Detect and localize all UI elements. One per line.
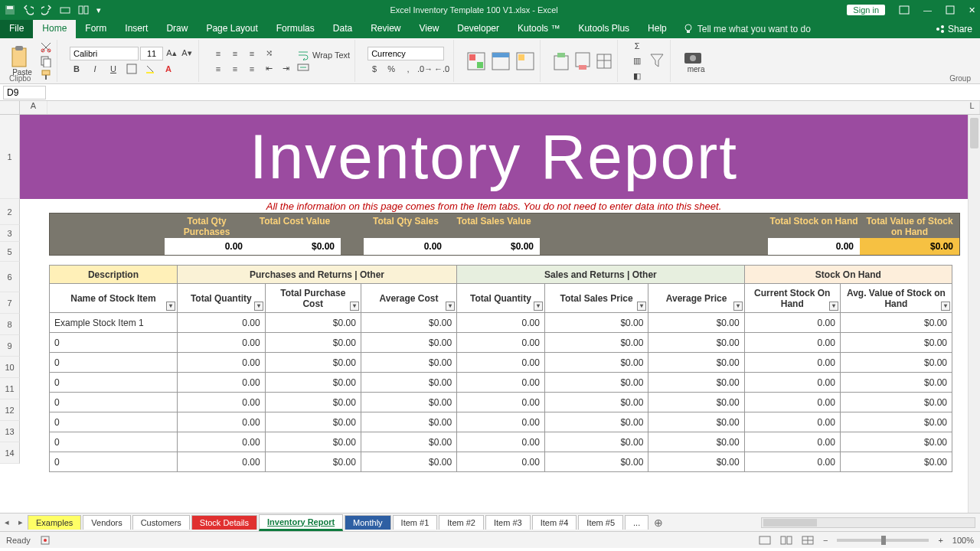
cell[interactable]: $0.00 (361, 412, 456, 432)
cell[interactable]: 0 (50, 412, 178, 432)
tell-me[interactable]: Tell me what you want to do (676, 20, 818, 38)
border-icon[interactable] (125, 62, 139, 76)
tab-insert[interactable]: Insert (116, 20, 157, 38)
cell[interactable]: $0.00 (648, 393, 744, 412)
tab-formulas[interactable]: Formulas (267, 20, 324, 38)
cell[interactable]: 0.00 (177, 432, 265, 452)
table-row[interactable]: 00.00$0.00$0.000.00$0.00$0.000.00$0.00 (50, 452, 952, 472)
qat-icon-2[interactable] (78, 5, 89, 15)
sheet-tab-more[interactable]: ... (625, 515, 648, 530)
filter-icon[interactable]: ▾ (350, 302, 359, 311)
cell[interactable]: $0.00 (840, 333, 952, 353)
cell[interactable]: $0.00 (361, 353, 456, 373)
tab-form[interactable]: Form (76, 20, 116, 38)
cell[interactable]: 0.00 (744, 432, 840, 452)
inventory-table[interactable]: Description Purchases and Returns | Othe… (49, 265, 952, 472)
cell[interactable]: 0.00 (177, 313, 265, 333)
cell[interactable]: 0 (50, 333, 178, 353)
cell[interactable]: 0.00 (457, 313, 545, 333)
cell[interactable]: $0.00 (840, 412, 952, 432)
copy-icon[interactable] (40, 55, 52, 67)
cell[interactable]: 0.00 (177, 333, 265, 353)
filter-icon[interactable]: ▾ (254, 302, 263, 311)
cell[interactable]: $0.00 (648, 432, 744, 452)
cell[interactable]: $0.00 (648, 333, 744, 353)
increase-font-icon[interactable]: A▴ (165, 47, 178, 60)
vertical-scrollbar[interactable] (968, 115, 980, 513)
font-size-select[interactable] (140, 47, 163, 60)
cell[interactable]: $0.00 (648, 373, 744, 393)
cell[interactable]: 0.00 (457, 333, 545, 353)
row-11[interactable]: 11 (0, 378, 20, 399)
macro-record-icon[interactable] (40, 535, 51, 546)
wrap-text-icon[interactable] (297, 50, 309, 60)
delete-cells-icon[interactable] (574, 51, 591, 71)
row-3[interactable]: 3 (0, 225, 20, 242)
redo-icon[interactable] (41, 5, 52, 15)
filter-icon[interactable]: ▾ (534, 302, 543, 311)
fill-icon[interactable]: ▥ (630, 54, 644, 68)
cell[interactable]: $0.00 (648, 313, 744, 333)
tab-kutools-plus[interactable]: Kutools Plus (569, 20, 639, 38)
col-a[interactable]: A (20, 101, 47, 114)
filter-icon[interactable]: ▾ (166, 302, 175, 311)
save-icon[interactable] (5, 5, 15, 15)
minimize-icon[interactable]: — (923, 5, 932, 15)
clear-icon[interactable]: ◧ (630, 70, 644, 83)
cell[interactable]: $0.00 (265, 313, 361, 333)
qat-icon-1[interactable] (60, 5, 70, 15)
tab-nav-prev[interactable]: ◂ (0, 517, 14, 527)
tab-review[interactable]: Review (361, 20, 410, 38)
table-row[interactable]: 00.00$0.00$0.000.00$0.00$0.000.00$0.00 (50, 373, 952, 393)
indent-increase-icon[interactable]: ⇥ (279, 62, 292, 76)
cell[interactable]: $0.00 (361, 313, 456, 333)
sheet-tab-item-5[interactable]: Item #5 (578, 515, 623, 530)
row-5[interactable]: 5 (0, 242, 20, 262)
tab-file[interactable]: File (0, 20, 33, 38)
cell[interactable]: 0.00 (177, 353, 265, 373)
col-l[interactable]: L (965, 101, 980, 114)
zoom-level[interactable]: 100% (952, 536, 974, 545)
cell-styles-icon[interactable] (515, 51, 535, 71)
paste-button[interactable]: Paste (9, 45, 35, 77)
zoom-out-icon[interactable]: − (823, 536, 828, 545)
worksheet[interactable]: A L 1 2 3 5 6 7 8 9 10 11 12 13 14 Inven… (0, 101, 980, 513)
cell[interactable]: $0.00 (361, 452, 456, 472)
tab-draw[interactable]: Draw (157, 20, 197, 38)
fill-color-icon[interactable] (143, 62, 157, 76)
autosum-icon[interactable]: Σ (630, 39, 644, 53)
row-14[interactable]: 14 (0, 442, 20, 464)
cell[interactable]: $0.00 (265, 373, 361, 393)
row-2[interactable]: 2 (0, 199, 20, 225)
cell[interactable]: $0.00 (648, 452, 744, 472)
format-painter-icon[interactable] (40, 69, 52, 81)
indent-decrease-icon[interactable]: ⇤ (262, 62, 276, 76)
percent-format-icon[interactable]: % (384, 62, 398, 76)
sheet-tab-item-2[interactable]: Item #2 (439, 515, 484, 530)
cell[interactable]: 0.00 (744, 393, 840, 412)
cell[interactable]: $0.00 (544, 353, 648, 373)
cell[interactable]: $0.00 (361, 393, 456, 412)
sheet-tab-monthly[interactable]: Monthly (345, 515, 391, 530)
close-icon[interactable]: ✕ (969, 5, 975, 15)
view-page-layout-icon[interactable] (780, 536, 792, 545)
cell[interactable]: 0.00 (177, 373, 265, 393)
cell[interactable]: $0.00 (544, 452, 648, 472)
font-color-icon[interactable]: A (162, 62, 175, 76)
cut-icon[interactable] (40, 41, 52, 54)
cell[interactable]: $0.00 (840, 432, 952, 452)
row-9[interactable]: 9 (0, 335, 20, 357)
insert-cells-icon[interactable] (553, 51, 570, 71)
cell[interactable]: $0.00 (265, 353, 361, 373)
conditional-formatting-icon[interactable] (466, 51, 486, 71)
select-all-corner[interactable] (0, 101, 20, 114)
tab-view[interactable]: View (410, 20, 449, 38)
cell[interactable]: 0.00 (457, 452, 545, 472)
tab-data[interactable]: Data (324, 20, 361, 38)
cell[interactable]: $0.00 (544, 313, 648, 333)
share-button[interactable]: Share (928, 20, 980, 38)
row-6[interactable]: 6 (0, 262, 20, 292)
table-row[interactable]: Example Stock Item 10.00$0.00$0.000.00$0… (50, 313, 952, 333)
cell[interactable]: 0.00 (744, 353, 840, 373)
orientation-icon[interactable]: ⤭ (262, 47, 276, 60)
